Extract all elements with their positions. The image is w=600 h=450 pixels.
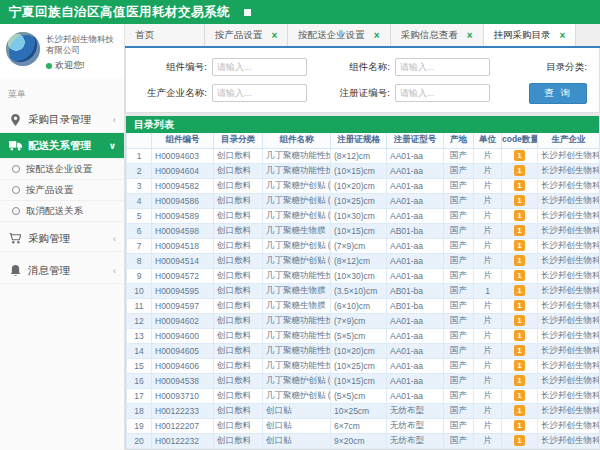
cell-reg-spec: (10×15)cm: [331, 163, 387, 178]
cell-reg-model: AA01-aa: [387, 238, 444, 253]
table-row[interactable]: 5H00094589创口敷料几丁聚糖护创贴 ((10×30)cmAA01-aa国…: [127, 208, 600, 223]
close-icon[interactable]: ×: [560, 30, 566, 41]
table-row[interactable]: 13H00094600创口敷料几丁聚糖功能性护(5×5)cmAA01-aa国产片…: [127, 328, 600, 343]
code-count-badge[interactable]: 1: [514, 255, 525, 266]
sidebar-subitem-by-product[interactable]: 按产品设置: [0, 180, 124, 201]
radio-circle-icon: [12, 207, 20, 215]
cell-component-name: 几丁聚糖功能性护: [263, 163, 331, 178]
table-row[interactable]: 10H00094595创口敷料几丁聚糖生物膜(3.5×10)cmAB01-ba国…: [127, 283, 600, 298]
table-row[interactable]: 18H00122233创口敷料创口贴10×25cm无纺布型国产片1长沙邦创生物科…: [127, 403, 600, 418]
tab-procurement-info[interactable]: 采购信息查看 ×: [391, 24, 484, 46]
close-icon[interactable]: ×: [272, 30, 278, 41]
table-row[interactable]: 1H00094603创口敷料几丁聚糖功能性护(8×12)cmAA01-aa国产片…: [127, 148, 600, 163]
sidebar-subitem-by-delivery-company[interactable]: 按配送企业设置: [0, 159, 124, 180]
cell-component-name: 几丁聚糖护创贴 (: [263, 388, 331, 403]
code-count-badge[interactable]: 1: [514, 435, 525, 446]
sidebar-item-procurement-catalog[interactable]: 采购目录管理 ‹: [0, 107, 124, 133]
close-icon[interactable]: ×: [374, 30, 380, 41]
code-count-badge[interactable]: 1: [514, 150, 525, 161]
code-count-badge[interactable]: 1: [514, 375, 525, 386]
cell-component-name: 创口贴: [263, 418, 331, 433]
code-count-badge[interactable]: 1: [514, 195, 525, 206]
code-count-badge[interactable]: 1: [514, 270, 525, 281]
cell-origin: 国产: [444, 193, 474, 208]
table-row[interactable]: 2H00094604创口敷料几丁聚糖功能性护(10×15)cmAA01-aa国产…: [127, 163, 600, 178]
app-window: 宁夏回族自治区高值医用耗材交易系统 长沙邦创生物科技有限公司 欢迎您! 菜单 采…: [0, 0, 600, 450]
code-count-badge[interactable]: 1: [514, 285, 525, 296]
app-title: 宁夏回族自治区高值医用耗材交易系统: [9, 4, 230, 21]
code-count-badge[interactable]: 1: [514, 165, 525, 176]
sidebar-item-procurement-mgmt[interactable]: 采购管理 ‹: [0, 226, 124, 252]
code-count-badge[interactable]: 1: [514, 390, 525, 401]
manufacturer-input[interactable]: [212, 84, 307, 102]
code-count-badge[interactable]: 1: [514, 345, 525, 356]
cell-reg-model: AB01-ba: [387, 298, 444, 313]
search-button[interactable]: 查 询: [529, 83, 587, 104]
table-row[interactable]: 15H00094606创口敷料几丁聚糖功能性护(10×25)cmAA01-aa国…: [127, 358, 600, 373]
table-row[interactable]: 17H00093710创口敷料几丁聚糖护创贴 ((5×5)cmAA01-aa国产…: [127, 388, 600, 403]
tab-online-procurement-catalog[interactable]: 挂网采购目录 ×: [484, 24, 577, 46]
cell-manufacturer: 长沙邦创生物科技有限公司: [538, 163, 600, 178]
col-header-manufacturer: 生产企业: [538, 133, 600, 148]
component-no-input[interactable]: [212, 58, 307, 76]
cell-unit: 片: [474, 343, 502, 358]
cell-index: 8: [127, 253, 152, 268]
cell-catalog-class: 创口敷料: [214, 238, 263, 253]
table-row[interactable]: 6H00094598创口敷料几丁聚糖生物膜(10×15)cmAB01-ba国产片…: [127, 223, 600, 238]
cell-unit: 片: [474, 223, 502, 238]
cell-unit: 片: [474, 193, 502, 208]
table-row[interactable]: 11H00094597创口敷料几丁聚糖生物膜(6×10)cmAB01-ba国产片…: [127, 298, 600, 313]
component-name-input[interactable]: [395, 58, 490, 76]
cell-component-name: 几丁聚糖功能性护: [263, 343, 331, 358]
code-count-badge[interactable]: 1: [514, 180, 525, 191]
table-row[interactable]: 7H00094518创口敷料几丁聚糖护创贴 ((7×9)cmAA01-aa国产片…: [127, 238, 600, 253]
sidebar-subitem-cancel-delivery[interactable]: 取消配送关系: [0, 201, 124, 222]
code-count-badge[interactable]: 1: [514, 225, 525, 236]
code-count-badge[interactable]: 1: [514, 300, 525, 311]
table-row[interactable]: 20H00122232创口敷料创口贴9×20cm无纺布型国产片1长沙邦创生物科技…: [127, 433, 600, 448]
cell-component-name: 几丁聚糖护创贴 (: [263, 373, 331, 388]
cell-reg-model: AA01-aa: [387, 253, 444, 268]
cell-component-no: H00094600: [152, 328, 214, 343]
close-icon[interactable]: ×: [467, 30, 473, 41]
cell-unit: 片: [474, 328, 502, 343]
table-row[interactable]: 8H00094514创口敷料几丁聚糖护创贴 ((8×12)cmAA01-aa国产…: [127, 253, 600, 268]
cell-reg-spec: (5×5)cm: [331, 328, 387, 343]
code-count-badge[interactable]: 1: [514, 420, 525, 431]
cell-catalog-class: 创口敷料: [214, 283, 263, 298]
sidebar-item-message-mgmt[interactable]: 消息管理 ‹: [0, 258, 124, 284]
code-count-badge[interactable]: 1: [514, 405, 525, 416]
tab-by-product-setting[interactable]: 按产品设置 ×: [205, 24, 288, 46]
menu-collapse-icon[interactable]: [244, 9, 251, 16]
cell-reg-spec: 6×7cm: [331, 418, 387, 433]
col-header-reg-spec: 注册证规格: [331, 133, 387, 148]
code-count-badge[interactable]: 1: [514, 330, 525, 341]
reg-cert-no-label: 注册证编号:: [325, 87, 395, 100]
cell-reg-model: AA01-aa: [387, 343, 444, 358]
sidebar-item-delivery-relation[interactable]: 配送关系管理 ∨: [0, 133, 124, 159]
catalog-panel-title: 目录列表: [126, 116, 599, 133]
table-row[interactable]: 12H00094602创口敷料几丁聚糖功能性护(7×9)cmAA01-aa国产片…: [127, 313, 600, 328]
code-count-badge[interactable]: 1: [514, 315, 525, 326]
table-row[interactable]: 3H00094582创口敷料几丁聚糖护创贴 ((10×20)cmAA01-aa国…: [127, 178, 600, 193]
code-count-badge[interactable]: 1: [514, 240, 525, 251]
table-row[interactable]: 4H00094586创口敷料几丁聚糖护创贴 ((10×25)cmAA01-aa国…: [127, 193, 600, 208]
tab-home[interactable]: 首页: [125, 24, 205, 46]
tab-by-delivery-company-setting[interactable]: 按配送企业设置 ×: [288, 24, 390, 46]
table-row[interactable]: 16H00094538创口敷料几丁聚糖护创贴 ((10×15)cmAA01-aa…: [127, 373, 600, 388]
table-row[interactable]: 9H00094572创口敷料几丁聚糖功能性护(10×30)cmAA01-aa国产…: [127, 268, 600, 283]
reg-cert-no-input[interactable]: [395, 84, 490, 102]
code-count-badge[interactable]: 1: [514, 360, 525, 371]
cell-index: 7: [127, 238, 152, 253]
cell-unit: 片: [474, 238, 502, 253]
table-row[interactable]: 14H00094605创口敷料几丁聚糖功能性护(10×20)cmAA01-aa国…: [127, 343, 600, 358]
cell-component-no: H00094582: [152, 178, 214, 193]
table-row[interactable]: 19H00122207创口敷料创口贴6×7cm无纺布型国产片1长沙邦创生物科技有…: [127, 418, 600, 433]
cell-manufacturer: 长沙邦创生物科技有限公司: [538, 433, 600, 448]
code-count-badge[interactable]: 1: [514, 210, 525, 221]
sidebar-item-label: 采购目录管理: [28, 113, 91, 127]
col-header-origin: 产地: [444, 133, 474, 148]
chevron-left-icon: ‹: [113, 115, 116, 125]
cell-index: 2: [127, 163, 152, 178]
cell-reg-model: AA01-aa: [387, 163, 444, 178]
